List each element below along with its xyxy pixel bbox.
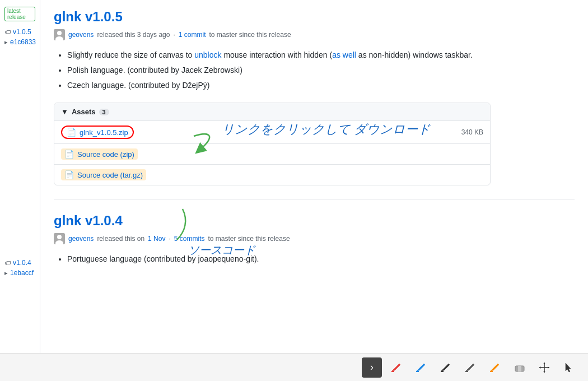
release-dot-v105: · (173, 31, 175, 39)
release-meta-v104: geovens released this on 1 Nov · 5 commi… (54, 233, 575, 244)
pen-blue-button[interactable] (411, 357, 431, 378)
release-v104: glnk v1.0.4 geovens released this on 1 N… (54, 213, 575, 265)
svg-rect-12 (490, 371, 493, 372)
svg-rect-9 (416, 371, 419, 372)
svg-point-1 (57, 31, 62, 35)
pen-dark2-button[interactable] (460, 357, 480, 378)
bottom-toolbar: › (0, 353, 588, 381)
release-notes-v105: Slightly reduce the size of canvas to un… (54, 49, 575, 91)
release-title-v105[interactable]: glnk v1.0.5 (54, 9, 575, 25)
commits-suffix-v104: to master since this release (208, 235, 290, 243)
author-link-v104[interactable]: geovens (68, 235, 94, 243)
asset-row-source-zip: 📄 Source code (zip) (54, 144, 490, 165)
sidebar-tag-v104[interactable]: 🏷 v1.0.4 (4, 259, 35, 267)
release-meta-v105: geovens released this 3 days ago · 1 com… (54, 29, 575, 40)
unblock-link[interactable]: unblock (194, 50, 221, 59)
release-desc-v104: released this on (97, 235, 144, 243)
assets-label: Assets (72, 108, 96, 116)
date-link-v104[interactable]: 1 Nov (148, 235, 165, 243)
zip-highlight: 📄 glnk_v1.0.5.zip (61, 126, 134, 139)
source-tar-icon: 📄 (64, 170, 74, 179)
source-tar-name: Source code (tar.gz) (77, 171, 143, 179)
commit-icon-v104: ▸ (4, 270, 8, 277)
assets-header[interactable]: ▼ Assets 3 (54, 103, 490, 121)
zip-filename: glnk_v1.0.5.zip (80, 128, 128, 137)
release-divider (54, 199, 575, 199)
note-v105-3: Czech language. (contributed by DžejPý) (67, 80, 575, 91)
source-zip-name: Source code (zip) (77, 150, 134, 159)
svg-rect-8 (391, 371, 394, 372)
release-notes-v104: Portuguese language (contributed by joao… (54, 253, 575, 265)
expand-button[interactable]: › (362, 357, 382, 378)
author-link-v105[interactable]: geovens (68, 31, 94, 39)
commits-link-v105[interactable]: 1 commit (179, 31, 206, 39)
zip-file-icon: 📄 (67, 128, 76, 137)
sidebar-commit-v104[interactable]: ▸ 1ebaccf (4, 269, 35, 277)
source-zip-icon: 📄 (64, 150, 74, 159)
assets-container: ▼ Assets 3 📄 glnk_v1.0.5.zip 340 KB (54, 103, 491, 185)
well-link[interactable]: as well (332, 50, 356, 59)
commits-link-v104[interactable]: 5 commits (174, 235, 205, 243)
latest-release-badge: latest release (4, 7, 35, 21)
tag-icon: 🏷 (4, 29, 11, 35)
note-v105-2: Polish language. (contributed by Jacek Z… (67, 64, 575, 76)
sidebar-commit-v105[interactable]: ▸ e1c6833 (4, 38, 35, 46)
asset-link-source-tar[interactable]: 📄 Source code (tar.gz) (61, 169, 146, 180)
assets-section-v105: ▼ Assets 3 📄 glnk_v1.0.5.zip 340 KB (54, 103, 491, 185)
avatar-v105 (54, 29, 65, 40)
avatar-v104 (54, 233, 65, 244)
note-v105-1: Slightly reduce the size of canvas to un… (67, 49, 575, 61)
source-zip-highlight: 📄 Source code (zip) (61, 148, 138, 160)
svg-rect-10 (441, 371, 444, 372)
main-content: glnk v1.0.5 geovens released this 3 days… (40, 0, 588, 381)
assets-chevron: ▼ (61, 108, 68, 116)
pen-dark-blue-button[interactable] (436, 357, 456, 378)
zip-size: 340 KB (461, 128, 483, 136)
svg-point-6 (57, 235, 62, 239)
cursor-button[interactable] (559, 357, 579, 378)
asset-link-source-zip[interactable]: 📄 Source code (zip) (61, 148, 138, 160)
asset-row-zip: 📄 glnk_v1.0.5.zip 340 KB (54, 121, 490, 144)
asset-link-zip[interactable]: 📄 glnk_v1.0.5.zip (61, 126, 134, 139)
release-desc-v105: released this 3 days ago (97, 31, 170, 39)
note-v104-1: Portuguese language (contributed by joao… (67, 253, 575, 265)
source-tar-highlight: 📄 Source code (tar.gz) (61, 169, 146, 180)
tag-icon-v104: 🏷 (4, 259, 11, 266)
move-button[interactable] (534, 357, 554, 378)
pen-orange-button[interactable] (485, 357, 505, 378)
eraser-button[interactable] (510, 357, 530, 378)
pen-red-button[interactable] (386, 357, 407, 378)
sidebar-tag-v105[interactable]: 🏷 v1.0.5 (4, 28, 35, 36)
commits-suffix-v105: to master since this release (209, 31, 291, 39)
release-title-v104[interactable]: glnk v1.0.4 (54, 213, 575, 229)
release-v105: glnk v1.0.5 geovens released this 3 days… (54, 9, 575, 185)
commit-icon-v105: ▸ (4, 39, 8, 46)
assets-count: 3 (99, 109, 109, 115)
asset-row-source-tar: 📄 Source code (tar.gz) (54, 165, 490, 185)
sidebar: latest release 🏷 v1.0.5 ▸ e1c6833 🏷 v1.0… (0, 0, 40, 381)
release-dot-v104: · (169, 235, 170, 243)
svg-rect-11 (465, 371, 468, 372)
